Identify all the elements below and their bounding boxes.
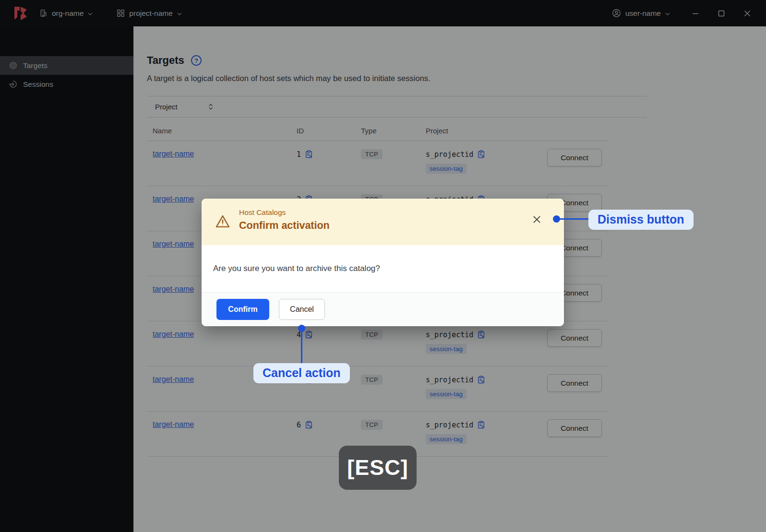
dismiss-annotation-dot bbox=[553, 215, 560, 223]
dialog-footer: Confirm Cancel bbox=[202, 292, 564, 326]
dialog-message: Are you sure you want to archive this ca… bbox=[202, 245, 564, 292]
confirm-button[interactable]: Confirm bbox=[216, 299, 269, 320]
cancel-button[interactable]: Cancel bbox=[279, 299, 325, 320]
dialog-title: Confirm activation bbox=[239, 220, 330, 232]
app-window: org-name project-name bbox=[0, 0, 766, 532]
dismiss-close-icon[interactable] bbox=[531, 213, 542, 225]
dismiss-annotation-label: Dismiss button bbox=[588, 210, 694, 230]
confirm-dialog: Host Catalogs Confirm activation Are you… bbox=[202, 199, 564, 326]
dialog-header: Host Catalogs Confirm activation bbox=[202, 199, 564, 245]
esc-key-badge: [ESC] bbox=[339, 446, 417, 490]
cancel-annotation-line bbox=[301, 331, 302, 364]
dialog-eyebrow: Host Catalogs bbox=[239, 208, 330, 217]
cancel-annotation-label: Cancel action bbox=[253, 363, 350, 383]
dismiss-annotation-line bbox=[558, 218, 588, 220]
warning-icon bbox=[215, 213, 231, 245]
cancel-annotation-dot bbox=[298, 325, 305, 332]
